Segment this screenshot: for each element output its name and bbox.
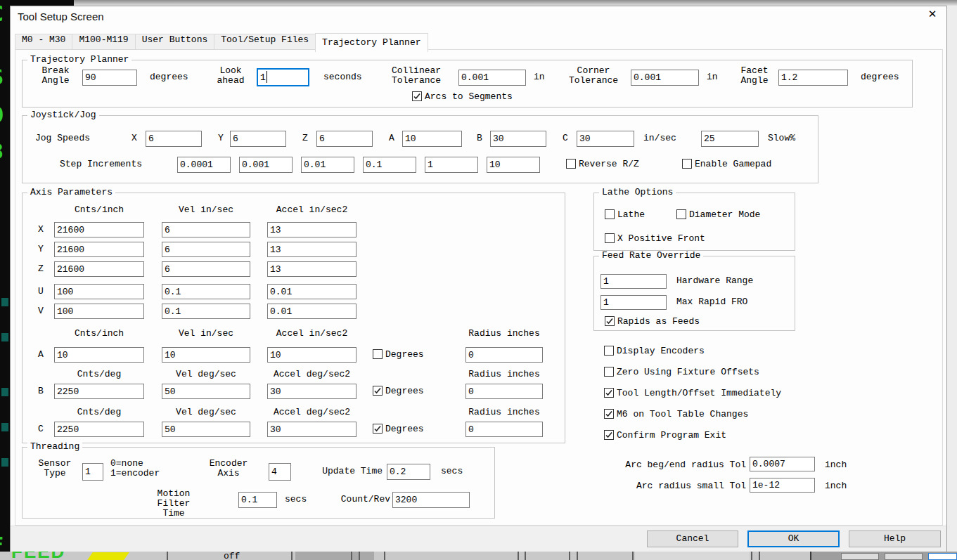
a-cnts-input[interactable] bbox=[54, 347, 144, 363]
arc-beg-end-radius-tol-input[interactable] bbox=[750, 457, 815, 471]
b-vel-input[interactable] bbox=[162, 384, 250, 399]
x-positive-front-checkbox[interactable] bbox=[605, 233, 615, 243]
x-positive-front-label: X Positive Front bbox=[617, 234, 705, 244]
u-accel-input[interactable] bbox=[267, 284, 357, 299]
tab-tool-setup-files[interactable]: Tool/Setup Files bbox=[214, 34, 316, 50]
diameter-mode-checkbox[interactable] bbox=[676, 209, 686, 219]
group-lathe-options: Lathe Options Lathe Diameter Mode X Posi… bbox=[593, 193, 795, 251]
y-cnts-input[interactable] bbox=[54, 242, 144, 257]
sensor-type-input[interactable] bbox=[82, 463, 103, 481]
corner-tolerance-input[interactable] bbox=[631, 70, 699, 86]
step-increment-6-input[interactable] bbox=[487, 157, 540, 173]
confirm-program-exit-label: Confirm Program Exit bbox=[617, 431, 726, 441]
reverse-rz-checkbox[interactable] bbox=[566, 159, 576, 169]
z-cnts-input[interactable] bbox=[54, 261, 144, 277]
c-cnts-input[interactable] bbox=[54, 422, 144, 437]
background-segment bbox=[635, 552, 750, 560]
col-header-vel: Vel in/sec bbox=[162, 205, 250, 215]
a-degrees-checkbox[interactable] bbox=[373, 349, 383, 359]
jog-speed-x-input[interactable] bbox=[146, 131, 202, 147]
v-accel-input[interactable] bbox=[267, 304, 357, 319]
v-vel-input[interactable] bbox=[162, 304, 250, 319]
tool-length-offset-checkbox[interactable] bbox=[604, 388, 614, 398]
ok-button[interactable]: OK bbox=[747, 530, 840, 547]
check-icon bbox=[373, 424, 382, 433]
a-accel-input[interactable] bbox=[267, 347, 357, 363]
background-divider bbox=[759, 552, 760, 560]
facet-angle-label: Facet Angle bbox=[736, 66, 773, 86]
x-vel-input[interactable] bbox=[162, 222, 250, 237]
hardware-range-input[interactable] bbox=[600, 274, 667, 289]
group-legend: Lathe Options bbox=[599, 188, 676, 197]
x-cnts-input[interactable] bbox=[54, 222, 144, 237]
cancel-button[interactable]: Cancel bbox=[647, 530, 738, 547]
slow-percent-input[interactable] bbox=[701, 131, 759, 147]
c-accel-input[interactable] bbox=[267, 422, 357, 437]
display-encoders-checkbox[interactable] bbox=[604, 346, 614, 356]
step-increment-4-input[interactable] bbox=[363, 157, 416, 173]
tab-m0-m30[interactable]: M0 - M30 bbox=[15, 34, 72, 50]
count-rev-input[interactable] bbox=[392, 492, 470, 508]
jog-speed-b-input[interactable] bbox=[490, 131, 546, 147]
rapids-as-feeds-checkbox[interactable] bbox=[605, 316, 615, 326]
group-legend: Feed Rate Override bbox=[599, 251, 703, 261]
u-cnts-input[interactable] bbox=[54, 284, 144, 299]
collinear-tolerance-input[interactable] bbox=[458, 70, 526, 86]
dialog-title: Tool Setup Screen bbox=[18, 11, 104, 22]
enable-gamepad-checkbox[interactable] bbox=[682, 159, 692, 169]
tool-setup-dialog: Tool Setup Screen ✕ M0 - M30 M100-M119 U… bbox=[10, 6, 947, 552]
step-increment-3-input[interactable] bbox=[301, 157, 354, 173]
break-angle-input[interactable] bbox=[82, 70, 137, 86]
look-ahead-input[interactable] bbox=[257, 68, 309, 86]
check-icon bbox=[413, 92, 421, 100]
tab-trajectory-planner[interactable]: Trajectory Planner bbox=[315, 33, 428, 52]
jog-speed-a-input[interactable] bbox=[402, 131, 462, 147]
a-radius-input[interactable] bbox=[465, 347, 543, 363]
motion-filter-time-input[interactable] bbox=[238, 492, 277, 508]
c-degrees-checkbox[interactable] bbox=[373, 424, 383, 434]
step-increment-5-input[interactable] bbox=[425, 157, 478, 173]
background-divider bbox=[577, 552, 578, 560]
z-vel-input[interactable] bbox=[162, 261, 250, 277]
check-icon bbox=[605, 317, 614, 325]
b-degrees-checkbox[interactable] bbox=[373, 386, 383, 396]
b-cnts-input[interactable] bbox=[54, 384, 144, 399]
max-rapid-fro-input[interactable] bbox=[600, 295, 667, 310]
jog-speed-z-input[interactable] bbox=[316, 131, 373, 147]
zero-fixture-offsets-checkbox[interactable] bbox=[604, 367, 614, 377]
jog-speed-c-input[interactable] bbox=[577, 131, 634, 147]
arc-radius-small-tol-input[interactable] bbox=[750, 478, 815, 493]
facet-angle-input[interactable] bbox=[778, 70, 848, 86]
v-cnts-input[interactable] bbox=[54, 304, 144, 319]
b-vel-header: Vel deg/sec bbox=[162, 370, 250, 379]
c-radius-input[interactable] bbox=[465, 422, 543, 437]
z-accel-input[interactable] bbox=[267, 261, 357, 277]
group-legend: Axis Parameters bbox=[27, 188, 115, 197]
b-accel-input[interactable] bbox=[267, 384, 357, 399]
y-vel-input[interactable] bbox=[162, 242, 250, 257]
u-vel-input[interactable] bbox=[162, 284, 250, 299]
step-increment-2-input[interactable] bbox=[239, 157, 293, 173]
arcs-to-segments-checkbox[interactable] bbox=[412, 91, 422, 101]
y-accel-input[interactable] bbox=[267, 242, 357, 257]
m6-tool-table-checkbox[interactable] bbox=[604, 409, 614, 419]
a-vel-input[interactable] bbox=[162, 347, 250, 363]
close-icon[interactable]: ✕ bbox=[920, 8, 944, 29]
tab-bar: M0 - M30 M100-M119 User Buttons Tool/Set… bbox=[15, 33, 428, 50]
a-vel-header: Vel in/sec bbox=[162, 329, 250, 339]
tab-m100-m119[interactable]: M100-M119 bbox=[72, 34, 135, 50]
confirm-program-exit-checkbox[interactable] bbox=[604, 430, 614, 440]
lathe-label: Lathe bbox=[617, 210, 645, 220]
tab-user-buttons[interactable]: User Buttons bbox=[135, 34, 215, 50]
update-time-input[interactable] bbox=[387, 464, 430, 480]
jog-speeds-label: Jog Speeds bbox=[35, 134, 90, 143]
encoder-axis-input[interactable] bbox=[269, 463, 291, 481]
help-button[interactable]: Help bbox=[849, 530, 941, 547]
c-vel-input[interactable] bbox=[162, 422, 250, 437]
b-radius-input[interactable] bbox=[465, 384, 543, 399]
step-increment-1-input[interactable] bbox=[177, 157, 231, 173]
x-accel-input[interactable] bbox=[267, 222, 357, 237]
lathe-checkbox[interactable] bbox=[605, 209, 615, 219]
sensor-type-note: 0=none 1=encoder bbox=[110, 459, 160, 478]
jog-speed-y-input[interactable] bbox=[230, 131, 286, 147]
